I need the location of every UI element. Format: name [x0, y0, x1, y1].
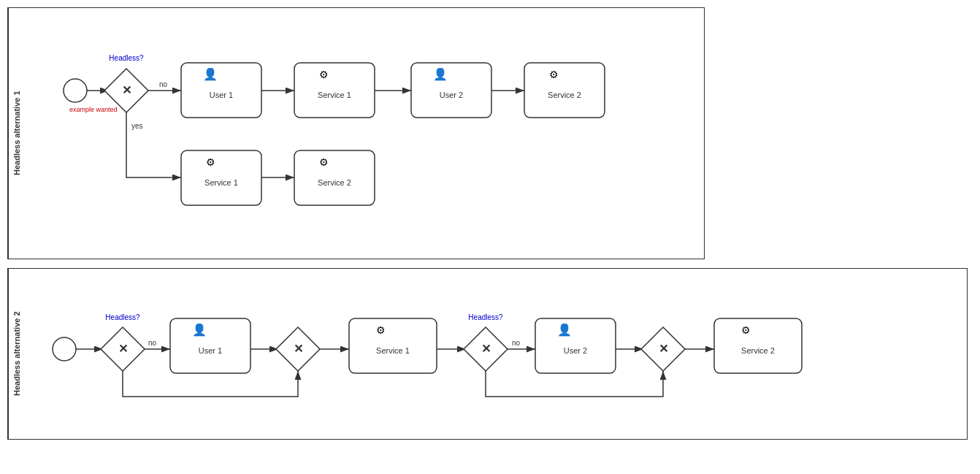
p2-gw3-x: ✕ [481, 343, 491, 355]
service2-top-icon: ⚙ [549, 69, 559, 80]
example-label: example wanted [69, 106, 118, 113]
pool1-svg: ✕ Headless? example wanted no 👤 User 1 ⚙… [24, 8, 703, 256]
pool1: Headless alternative 1 ✕ Headless? examp… [7, 7, 705, 259]
service2-bot-label: Service 2 [318, 178, 351, 187]
p2-yes-path-1 [123, 371, 298, 397]
p2-user2-label: User 2 [564, 346, 587, 355]
pool1-content: ✕ Headless? example wanted no 👤 User 1 ⚙… [24, 8, 704, 259]
diagram-container: Headless alternative 1 ✕ Headless? examp… [7, 7, 973, 440]
service1-bot-icon: ⚙ [206, 156, 215, 168]
yes-label: yes [131, 122, 143, 130]
service1-top-icon: ⚙ [319, 69, 329, 80]
p2-gw1-label: Headless? [105, 313, 140, 321]
p2-service2-label: Service 2 [741, 346, 775, 355]
p2-yes-path-2 [486, 371, 663, 397]
p2-user1-icon: 👤 [192, 323, 207, 337]
p2-service1-icon: ⚙ [376, 324, 386, 336]
user2-icon: 👤 [433, 67, 448, 81]
p2-service2-icon: ⚙ [741, 324, 751, 336]
service2-bot-icon: ⚙ [319, 156, 329, 168]
pool2-label: Headless alternative 2 [8, 269, 24, 439]
p2-service1-label: Service 1 [376, 346, 410, 355]
user1-label: User 1 [210, 91, 233, 99]
gateway1-x: ✕ [122, 84, 131, 96]
pool2-content: ✕ Headless? no 👤 User 1 ✕ [24, 269, 967, 439]
pool2-start-event [53, 337, 76, 361]
p2-gw2-x: ✕ [294, 343, 303, 355]
p2-gw1-x: ✕ [118, 343, 128, 355]
service1-bot-label: Service 1 [204, 178, 238, 187]
start-event-1 [64, 79, 87, 102]
p2-gw4-x: ✕ [659, 343, 668, 355]
service2-top-label: Service 2 [548, 91, 581, 99]
p2-no-label-1: no [148, 339, 157, 347]
pool2: Headless alternative 2 ✕ Headless? [7, 268, 968, 440]
p2-user2-icon: 👤 [557, 323, 572, 337]
user2-label: User 2 [440, 91, 463, 99]
p2-user1-label: User 1 [199, 346, 222, 355]
service1-top-label: Service 1 [318, 91, 351, 99]
no-label-1: no [159, 80, 168, 88]
p2-gw3-label: Headless? [468, 313, 503, 321]
p2-no-label-2: no [512, 339, 521, 347]
gateway1-label: Headless? [109, 54, 144, 62]
pool2-svg: ✕ Headless? no 👤 User 1 ✕ [24, 269, 966, 437]
pool1-label: Headless alternative 1 [8, 8, 24, 259]
user1-icon: 👤 [203, 67, 218, 81]
